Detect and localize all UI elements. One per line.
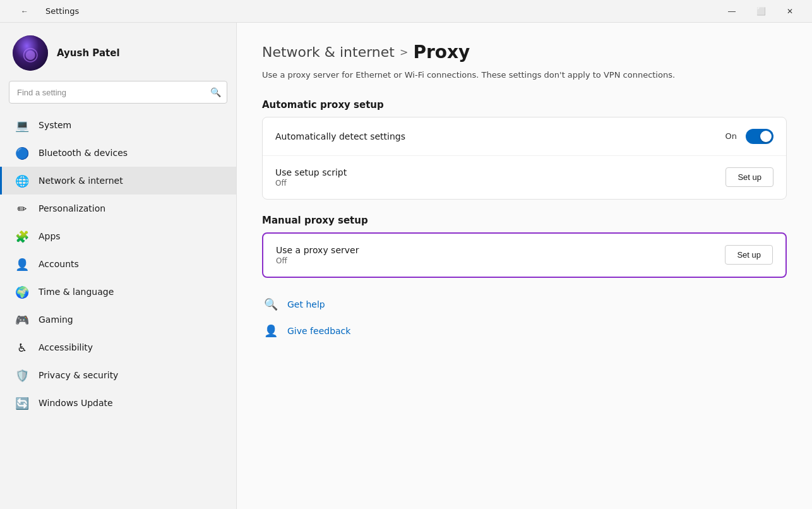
gaming-label: Gaming [39, 314, 73, 325]
proxy-server-label: Use a proxy server [276, 245, 359, 255]
main-content: Network & internet > Proxy Use a proxy s… [237, 23, 812, 509]
sidebar: Ayush Patel 🔍 💻System🔵Bluetooth & device… [0, 23, 237, 509]
auto-detect-toggle-label: On [725, 131, 737, 141]
proxy-server-row: Use a proxy server Off Set up [263, 234, 785, 277]
minimize-button[interactable]: — [717, 0, 746, 23]
network-label: Network & internet [39, 176, 123, 186]
give-feedback-icon: 👤 [262, 322, 280, 340]
app-body: Ayush Patel 🔍 💻System🔵Bluetooth & device… [0, 23, 812, 509]
search-input[interactable] [9, 81, 227, 104]
nav-menu: 💻System🔵Bluetooth & devices🌐Network & in… [0, 111, 236, 417]
user-name: Ayush Patel [57, 47, 120, 59]
titlebar-left: ← Settings [10, 0, 79, 23]
sidebar-item-network[interactable]: 🌐Network & internet [0, 167, 236, 195]
breadcrumb-sep: > [400, 46, 408, 58]
auto-detect-row: Automatically detect settings On [263, 117, 786, 156]
system-icon: 💻 [15, 117, 30, 133]
maximize-button[interactable]: ⬜ [746, 0, 775, 23]
apps-label: Apps [39, 231, 61, 241]
accessibility-icon: ♿ [15, 340, 30, 355]
bluetooth-icon: 🔵 [15, 145, 30, 160]
accounts-label: Accounts [39, 259, 79, 269]
avatar [13, 35, 48, 71]
manual-section-title: Manual proxy setup [262, 215, 787, 226]
privacy-label: Privacy & security [39, 370, 118, 380]
sidebar-item-personalization[interactable]: ✏️Personalization [0, 195, 236, 222]
apps-icon: 🧩 [15, 229, 30, 244]
personalization-icon: ✏️ [15, 201, 30, 216]
sidebar-item-bluetooth[interactable]: 🔵Bluetooth & devices [0, 139, 236, 167]
automatic-proxy-card: Automatically detect settings On Use set… [262, 117, 787, 200]
get-help-icon: 🔍 [262, 296, 280, 313]
personalization-label: Personalization [39, 203, 105, 213]
manual-proxy-card: Use a proxy server Off Set up [262, 232, 787, 278]
sidebar-item-system[interactable]: 💻System [0, 111, 236, 139]
time-icon: 🌍 [15, 284, 30, 299]
setup-script-sublabel: Off [275, 179, 347, 188]
user-profile: Ayush Patel [0, 23, 236, 81]
close-button[interactable]: ✕ [775, 0, 804, 23]
network-icon: 🌐 [15, 173, 30, 188]
update-label: Windows Update [39, 398, 113, 408]
search-box: 🔍 [9, 81, 227, 104]
help-section: 🔍 Get help 👤 Give feedback [262, 296, 787, 340]
search-icon: 🔍 [210, 87, 221, 97]
get-help-link[interactable]: 🔍 Get help [262, 296, 787, 313]
accounts-icon: 👤 [15, 256, 30, 272]
auto-detect-label: Automatically detect settings [275, 131, 405, 141]
give-feedback-label: Give feedback [287, 326, 350, 336]
time-label: Time & language [39, 287, 114, 297]
app-title: Settings [45, 6, 79, 16]
get-help-label: Get help [287, 299, 325, 309]
sidebar-item-update[interactable]: 🔄Windows Update [0, 389, 236, 417]
sidebar-item-accounts[interactable]: 👤Accounts [0, 250, 236, 278]
update-icon: 🔄 [15, 395, 30, 410]
bluetooth-label: Bluetooth & devices [39, 148, 128, 158]
setup-script-row: Use setup script Off Set up [263, 156, 786, 199]
gaming-icon: 🎮 [15, 312, 30, 327]
sidebar-item-privacy[interactable]: 🛡️Privacy & security [0, 361, 236, 389]
avatar-image [13, 35, 48, 71]
automatic-section-title: Automatic proxy setup [262, 99, 787, 111]
titlebar: ← Settings — ⬜ ✕ [0, 0, 812, 23]
breadcrumb-parent: Network & internet [262, 44, 395, 60]
privacy-icon: 🛡️ [15, 368, 30, 383]
page-description: Use a proxy server for Ethernet or Wi-Fi… [262, 69, 787, 81]
setup-script-button[interactable]: Set up [725, 167, 773, 187]
sidebar-item-accessibility[interactable]: ♿Accessibility [0, 333, 236, 361]
give-feedback-link[interactable]: 👤 Give feedback [262, 322, 787, 340]
proxy-server-sublabel: Off [276, 256, 359, 265]
titlebar-controls: — ⬜ ✕ [717, 0, 804, 23]
sidebar-item-time[interactable]: 🌍Time & language [0, 278, 236, 306]
breadcrumb: Network & internet > Proxy [262, 42, 787, 63]
sidebar-item-apps[interactable]: 🧩Apps [0, 222, 236, 250]
sidebar-item-gaming[interactable]: 🎮Gaming [0, 306, 236, 333]
breadcrumb-current: Proxy [413, 42, 470, 63]
proxy-server-button[interactable]: Set up [725, 245, 773, 265]
auto-detect-toggle[interactable] [746, 129, 773, 144]
system-label: System [39, 120, 71, 130]
setup-script-label: Use setup script [275, 167, 347, 177]
back-button[interactable]: ← [10, 0, 39, 23]
accessibility-label: Accessibility [39, 342, 93, 352]
